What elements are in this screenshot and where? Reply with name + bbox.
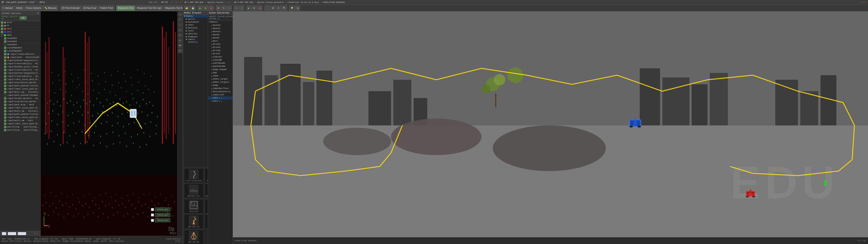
- ugv2-interactive-checkbox[interactable]: [4, 100, 6, 103]
- teleop-ugv1-checkbox[interactable]: [151, 208, 154, 211]
- display-traversability-1[interactable]: /ugv1/traversability - PointCloud2: [0, 53, 40, 56]
- global-ok-button[interactable]: OK: [20, 16, 27, 20]
- patrolling2-checkbox[interactable]: [4, 129, 6, 131]
- ugv2-trav2-checkbox[interactable]: [4, 75, 6, 78]
- display-ugv1-path-dynamic[interactable]: /ugv1/path_planner/dynamic_pt...: [0, 94, 40, 97]
- scene-dakfa0lgna2[interactable]: ▶ Dakfa0LGNa: [208, 65, 232, 68]
- model-thumb-pagre[interactable]: _Pagre EDU: [205, 214, 208, 229]
- model-thumb-rescue[interactable]: RescueScenario: [205, 184, 208, 198]
- display-ugv1-visited[interactable]: /ugv1/path_planner/visited_nodes -...: [0, 84, 40, 87]
- model-thumb-labyrinth[interactable]: labyrinth: [184, 199, 204, 214]
- scene-dakfa0lgna[interactable]: ▶ Dakfa0LGNA: [208, 62, 232, 65]
- rename-display-button[interactable]: Rename: [18, 232, 26, 235]
- scene-brick4[interactable]: ▶ Brick4: [208, 43, 232, 46]
- display-scan-ugv1[interactable]: ScanUGV1: [0, 37, 40, 40]
- display-ugv1-multi-wp[interactable]: /ugv1/multi-wp - InteractiveMark...: [0, 91, 40, 94]
- scan-ugv1-checkbox[interactable]: [4, 37, 6, 39]
- display-tf[interactable]: TF: [0, 24, 40, 27]
- teleop-ugv1-button[interactable]: TeleOp ugv1: [155, 207, 170, 211]
- add-display-button[interactable]: Add: [2, 232, 6, 235]
- close-btn[interactable]: ✕: [180, 1, 181, 4]
- waypoints-sim-ug2-tool[interactable]: Waypoints Tool Sim Ug2: [163, 6, 183, 11]
- scene-cuboida[interactable]: ▶ CuboidA: [208, 55, 232, 59]
- interact-tool[interactable]: ↖ Interact: [1, 6, 14, 11]
- display-ugv3-multi-wp[interactable]: /ugv3/multi-wp - Path: [0, 119, 40, 122]
- tools-folder[interactable]: ▶ tools: [183, 29, 208, 32]
- display-patrolling-2[interactable]: patrolling - /patrolling_robot_be...: [0, 128, 40, 132]
- scene-brick5[interactable]: ▶ Brick5: [208, 46, 232, 49]
- maximize-btn[interactable]: □: [176, 1, 177, 4]
- expand-global-icon[interactable]: ▼: [37, 12, 39, 15]
- vrep-3d-scene[interactable]: EDU: [233, 11, 868, 237]
- layers-btn[interactable]: ☰: [178, 49, 182, 53]
- ugv3-multi-wp-checkbox[interactable]: [4, 120, 6, 122]
- scene-floor[interactable]: ▶ 20mX20m_floor: [208, 87, 232, 90]
- vp-orbit-btn[interactable]: ↻: [276, 6, 281, 11]
- vrep-pause-btn[interactable]: ⏸: [203, 6, 208, 11]
- camera-view-btn[interactable]: 🎥: [178, 12, 182, 17]
- model-thumb-bump[interactable]: Bump_shape0: [205, 168, 208, 183]
- display-ugv2-visited[interactable]: /ugv2/path_planner/visited_nodes -...: [0, 113, 40, 116]
- focus-camera-tool[interactable]: Focus Camera: [24, 6, 42, 11]
- nav-goal-tool[interactable]: 2D Nav Goal: [82, 6, 98, 11]
- vehicles-folder[interactable]: ▶ vehicles: [183, 32, 208, 35]
- ugv2-robot-local-checkbox[interactable]: [4, 107, 6, 109]
- grid-view-btn[interactable]: ⊞: [178, 33, 182, 37]
- nature-folder[interactable]: ▶ nature: [183, 18, 208, 21]
- ugv1-path-dynamic-checkbox[interactable]: [4, 94, 6, 96]
- vrep-translate-btn[interactable]: ✥: [216, 6, 221, 11]
- scene-box7[interactable]: ▶ Box7: [208, 39, 232, 43]
- scene-models-root[interactable]: ▼ Models: [208, 21, 232, 24]
- ugv3-robot-local-checkbox[interactable]: [4, 116, 6, 119]
- scene-ugv2[interactable]: ▼ UGV2 ⊞ ⊟: [208, 100, 232, 103]
- teleop-ugv3-checkbox[interactable]: [151, 219, 154, 222]
- vp-pause-btn[interactable]: ⏸: [252, 6, 257, 11]
- minimize-btn[interactable]: —: [171, 1, 173, 4]
- display-ugv3-robot-local[interactable]: /ugv3/robot_local_path_draw - Path: [0, 116, 40, 119]
- reset-view-btn[interactable]: ↺: [178, 28, 182, 32]
- display-dynamic-pc[interactable]: /ugv1/dynamic_point_cloud - Point...: [0, 65, 40, 68]
- scene-cuboidb[interactable]: ▶ CuboidB: [208, 59, 232, 62]
- maximize-viewport-btn[interactable]: □: [863, 1, 864, 4]
- household-folder[interactable]: ▶ household: [183, 21, 208, 24]
- scene-base8[interactable]: ▶ Base8: [208, 33, 232, 36]
- scene-base11[interactable]: ▶ Base11: [208, 27, 232, 30]
- waypoints-cropbox1-checkbox[interactable]: [4, 59, 6, 62]
- minimize-viewport-btn[interactable]: —: [861, 1, 862, 4]
- vp-camera-btn[interactable]: 🎥: [265, 6, 270, 11]
- display-waypoints-cropbox-1[interactable]: /ugv1/planner/waypoints/cropbox -...: [0, 59, 40, 62]
- display-ugv3-robot-local-2[interactable]: /ugv3/robot_local_path_draw - Path: [0, 122, 40, 125]
- vp-pan-btn[interactable]: ✥: [271, 6, 276, 11]
- display-ugv3[interactable]: UGV3: [0, 34, 40, 37]
- traversability2-checkbox[interactable]: [4, 63, 6, 65]
- ugv2-path-draw-checkbox[interactable]: [4, 104, 6, 106]
- ugv2-path-checkbox[interactable]: [4, 79, 6, 81]
- localmap-ugv1-checkbox[interactable]: [4, 47, 6, 49]
- vp-render-btn[interactable]: 💡: [289, 6, 295, 11]
- ugv1-interactive-checkbox[interactable]: [4, 82, 6, 84]
- measure-tool[interactable]: 📏 Measure: [43, 6, 58, 11]
- wall1-checkbox[interactable]: [4, 56, 6, 59]
- scene-map[interactable]: ▶ map: [208, 71, 232, 74]
- vrep-scale-btn[interactable]: ⤡: [227, 6, 232, 11]
- display-ugv1-normal[interactable]: /ugv1/normal_markers - PoseArray: [0, 97, 40, 100]
- settings-view-btn[interactable]: ⚙: [178, 38, 182, 43]
- scene-base12[interactable]: ▶ Base12: [208, 30, 232, 33]
- display-ugv1-interactive[interactable]: /ugv1/interactive_marker - Intera...: [0, 81, 40, 84]
- scene-rescue-scenario[interactable]: ▶ RescueScenario: [208, 90, 232, 93]
- tf-checkbox[interactable]: [1, 25, 3, 27]
- pose-estimate-tool[interactable]: 2D Pose Estimate: [60, 6, 81, 11]
- models-root-folder[interactable]: ▼ Models: [183, 15, 208, 18]
- scene-labyrinth[interactable]: ▶ labyrinth: [208, 93, 232, 96]
- ugv1-checkbox[interactable]: [1, 28, 3, 30]
- display-ugv2-multi-wp[interactable]: /ugv2/multi-wp - InteractiveMark...: [0, 110, 40, 113]
- waypoints-sim-ug1-tool[interactable]: Waypoints Tool Sim Ug1: [135, 6, 163, 11]
- screenshot-btn[interactable]: 📷: [178, 43, 182, 48]
- vrep-rotate-btn[interactable]: ↻: [221, 6, 226, 11]
- display-ugv2-path-draw[interactable]: /ugv2/path_draw - Path: [0, 103, 40, 106]
- ugv2-visited-checkbox[interactable]: [4, 113, 6, 116]
- patrolling1-checkbox[interactable]: [4, 126, 6, 128]
- teleop-ugv2-button[interactable]: TeleOp ugv2: [155, 213, 170, 217]
- vrep-stop-btn[interactable]: ⏹: [209, 6, 214, 11]
- ugv1-local-path-checkbox[interactable]: [4, 88, 6, 90]
